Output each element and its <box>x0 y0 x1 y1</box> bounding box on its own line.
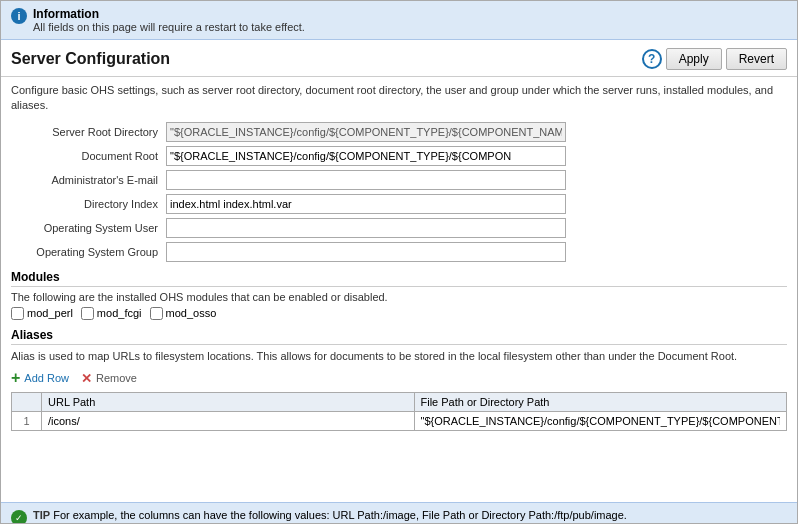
info-subtitle: All fields on this page will require a r… <box>33 21 305 33</box>
mod-fcgi-checkbox[interactable] <box>81 307 94 320</box>
mod-osso-label: mod_osso <box>166 307 217 319</box>
remove-label: Remove <box>96 372 137 384</box>
page-description: Configure basic OHS settings, such as se… <box>1 77 797 118</box>
tip-content: For example, the columns can have the fo… <box>53 509 627 521</box>
document-root-input[interactable] <box>166 146 566 166</box>
info-bar: i Information All fields on this page wi… <box>1 1 797 40</box>
add-icon: + <box>11 370 20 386</box>
header-buttons: ? Apply Revert <box>642 48 787 70</box>
os-user-input[interactable] <box>166 218 566 238</box>
modules-description: The following are the installed OHS modu… <box>11 291 787 303</box>
alias-toolbar: + Add Row ✕ Remove <box>11 370 787 386</box>
revert-button[interactable]: Revert <box>726 48 787 70</box>
alias-row-num-cell: 1 <box>12 412 42 431</box>
directory-index-row: Directory Index <box>11 194 787 214</box>
mod-perl-label: mod_perl <box>27 307 73 319</box>
main-content: Server Configuration ? Apply Revert Conf… <box>1 40 797 524</box>
mod-perl-checkbox[interactable] <box>11 307 24 320</box>
info-title: Information <box>33 7 305 21</box>
remove-x-icon: ✕ <box>81 371 92 386</box>
info-icon: i <box>11 8 27 24</box>
modules-checkboxes: mod_perl mod_fcgi mod_osso <box>11 307 787 320</box>
os-user-row: Operating System User <box>11 218 787 238</box>
server-root-row: Server Root Directory <box>11 122 787 142</box>
remove-button[interactable]: ✕ Remove <box>81 371 137 386</box>
alias-url-input[interactable] <box>46 414 410 428</box>
directory-index-input[interactable] <box>166 194 566 214</box>
mod-perl-item: mod_perl <box>11 307 73 320</box>
mod-osso-checkbox[interactable] <box>150 307 163 320</box>
mod-osso-item: mod_osso <box>150 307 217 320</box>
alias-url-cell <box>42 412 415 431</box>
os-group-label: Operating System Group <box>11 246 166 258</box>
tip-label: TIP <box>33 509 50 521</box>
document-root-row: Document Root <box>11 146 787 166</box>
apply-button[interactable]: Apply <box>666 48 722 70</box>
content-area: Server Root Directory Document Root Admi… <box>1 118 797 435</box>
document-root-label: Document Root <box>11 150 166 162</box>
alias-col-file-header: File Path or Directory Path <box>414 393 787 412</box>
aliases-section-header: Aliases <box>11 328 787 345</box>
tip-text: TIP For example, the columns can have th… <box>33 509 627 521</box>
admin-email-row: Administrator's E-mail <box>11 170 787 190</box>
add-row-button[interactable]: + Add Row <box>11 370 69 386</box>
admin-email-input[interactable] <box>166 170 566 190</box>
aliases-description: Alias is used to map URLs to filesystem … <box>11 349 787 364</box>
tip-bar: ✓ TIP For example, the columns can have … <box>1 502 797 524</box>
modules-section-header: Modules <box>11 270 787 287</box>
admin-email-label: Administrator's E-mail <box>11 174 166 186</box>
os-user-label: Operating System User <box>11 222 166 234</box>
directory-index-label: Directory Index <box>11 198 166 210</box>
os-group-input[interactable] <box>166 242 566 262</box>
header-row: Server Configuration ? Apply Revert <box>1 40 797 77</box>
tip-icon: ✓ <box>11 510 27 524</box>
alias-file-cell <box>414 412 787 431</box>
alias-row-num: 1 <box>23 415 29 427</box>
mod-fcgi-label: mod_fcgi <box>97 307 142 319</box>
server-root-label: Server Root Directory <box>11 126 166 138</box>
os-group-row: Operating System Group <box>11 242 787 262</box>
add-row-label: Add Row <box>24 372 69 384</box>
server-root-input[interactable] <box>166 122 566 142</box>
alias-col-num-header <box>12 393 42 412</box>
table-row: 1 <box>12 412 787 431</box>
mod-fcgi-item: mod_fcgi <box>81 307 142 320</box>
page-title: Server Configuration <box>11 50 170 68</box>
alias-file-input[interactable] <box>419 414 783 428</box>
help-button[interactable]: ? <box>642 49 662 69</box>
alias-col-url-header: URL Path <box>42 393 415 412</box>
alias-table: URL Path File Path or Directory Path 1 <box>11 392 787 431</box>
